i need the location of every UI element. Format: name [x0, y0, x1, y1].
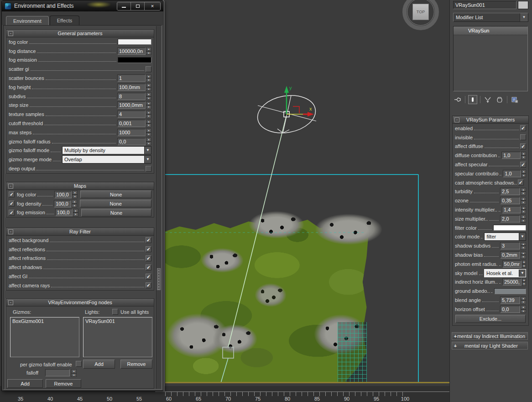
per-gizmo-falloff-checkbox[interactable] — [76, 361, 82, 367]
fog-emission-map-button[interactable]: None — [81, 209, 151, 217]
collapse-icon[interactable]: - — [8, 31, 13, 36]
invisible-checkbox[interactable] — [520, 134, 526, 140]
spinner[interactable]: ▲▼ — [146, 120, 151, 127]
spinner[interactable]: ▲▼ — [146, 138, 151, 145]
spinner[interactable]: ▲▼ — [146, 128, 151, 136]
list-item[interactable]: BoxGizmo001 — [10, 317, 79, 325]
pin-stack-icon[interactable] — [453, 95, 462, 104]
step-size-field[interactable]: 1000,0mm — [117, 101, 146, 109]
use-all-lights-checkbox[interactable] — [112, 309, 118, 315]
diffuse-contribution-field[interactable]: 1,0 — [501, 152, 521, 159]
shadow-bias-field[interactable]: 0,2mm — [500, 251, 520, 259]
object-color-swatch[interactable] — [518, 1, 528, 9]
chevron-down-icon[interactable]: ▼ — [144, 147, 151, 154]
affect-diffuse-checkbox[interactable]: ✓ — [520, 143, 526, 149]
modifier-list-dropdown[interactable]: Modifier List ▼ — [453, 13, 528, 22]
configure-modifier-sets-icon[interactable] — [510, 95, 519, 104]
spinner[interactable]: ▲▼ — [521, 296, 526, 304]
minimize-button[interactable] — [117, 2, 131, 10]
spinner[interactable]: ▲▼ — [73, 209, 78, 217]
gizmos-remove-button[interactable]: Remove — [46, 379, 81, 388]
chevron-down-icon[interactable]: ▼ — [519, 233, 526, 240]
indirect-horiz-illum-field[interactable]: 25000, — [502, 278, 522, 286]
fog-emission-swatch[interactable] — [118, 57, 151, 63]
tab-effects[interactable]: Effects — [50, 16, 79, 25]
sky-model-dropdown[interactable]: Hosek et al.▼ — [484, 269, 526, 277]
spinner[interactable]: ▲▼ — [521, 215, 526, 222]
color-mode-dropdown[interactable]: filter▼ — [484, 233, 526, 241]
fog-color-amount-field[interactable]: 100,0 — [54, 191, 72, 198]
turbidity-field[interactable]: 2,5 — [500, 188, 520, 195]
spinner[interactable]: ▲▼ — [146, 111, 151, 118]
viewcube-top-face[interactable]: TOP — [412, 4, 429, 20]
remove-modifier-icon[interactable] — [495, 95, 504, 104]
exclude-button[interactable]: Exclude... — [455, 315, 526, 323]
fog-color-map-checkbox[interactable]: ✓ — [9, 191, 15, 197]
scatter-bounces-field[interactable]: 1 — [117, 74, 146, 82]
affect-camera-rays-checkbox[interactable]: ✓ — [146, 282, 151, 288]
viewport-top[interactable]: y x TOP — [165, 0, 449, 386]
maximize-button[interactable] — [131, 2, 145, 10]
cast-atmospheric-checkbox[interactable]: ✓ — [518, 180, 524, 185]
affect-specular-checkbox[interactable]: ✓ — [520, 162, 526, 168]
rollout-mental-ray-indirect-illumination[interactable]: + mental ray Indirect Illumination — [452, 332, 528, 340]
spinner[interactable]: ▲▼ — [521, 206, 526, 214]
max-steps-field[interactable]: 1000 — [117, 129, 146, 136]
affect-refractions-checkbox[interactable]: ✓ — [146, 255, 151, 261]
modifier-stack[interactable]: VRaySun — [453, 26, 528, 91]
box-gizmo-outline[interactable] — [165, 175, 418, 382]
rollout-header[interactable]: - VRaySun Parameters — [453, 116, 528, 124]
spinner[interactable]: ▲▼ — [521, 305, 526, 313]
subdivs-field[interactable]: 8 — [117, 93, 146, 100]
affect-shadows-checkbox[interactable]: ✓ — [146, 264, 151, 270]
size-multiplier-field[interactable]: 2,0 — [500, 215, 520, 222]
intensity-multiplier-field[interactable]: 1,4 — [502, 206, 521, 213]
falloff-field[interactable] — [45, 369, 70, 376]
list-item[interactable]: VRaySun001 — [83, 317, 152, 325]
chevron-down-icon[interactable]: ▼ — [520, 13, 528, 21]
chevron-down-icon[interactable]: ▼ — [519, 270, 526, 277]
enabled-checkbox[interactable]: ✓ — [520, 125, 526, 131]
fog-density-map-checkbox[interactable]: ✓ — [9, 201, 15, 206]
specular-contribution-field[interactable]: 1,0 — [503, 170, 521, 177]
fog-emission-map-checkbox[interactable]: ✓ — [9, 210, 15, 216]
spinner[interactable]: ▲▼ — [521, 188, 526, 196]
fog-color-swatch[interactable] — [118, 39, 151, 45]
dialog-titlebar[interactable]: Environment and Effects × — [2, 0, 163, 11]
rollout-header[interactable]: -VRayEnvironmentFog nodes — [6, 299, 154, 307]
scatter-gi-checkbox[interactable] — [146, 66, 151, 72]
spinner[interactable]: ▲▼ — [72, 200, 77, 207]
affect-background-checkbox[interactable]: ✓ — [146, 237, 151, 243]
fog-density-map-button[interactable]: None — [80, 200, 151, 207]
tab-environment[interactable]: Environment — [6, 16, 49, 26]
spinner[interactable]: ▲▼ — [522, 278, 526, 286]
spinner[interactable]: ▲▼ — [146, 92, 151, 100]
shadow-subdivs-field[interactable]: 3 — [500, 242, 520, 249]
gizmo-falloff-mode-dropdown[interactable]: Multiply by density▼ — [62, 146, 151, 154]
filter-color-swatch[interactable] — [493, 225, 526, 231]
fog-density-amount-field[interactable]: 100,0 — [54, 200, 71, 207]
chevron-down-icon[interactable]: ▼ — [144, 156, 151, 163]
horizon-offset-field[interactable]: 0,0 — [500, 306, 520, 313]
collapse-icon[interactable]: - — [454, 117, 459, 122]
spinner[interactable]: ▲▼ — [72, 190, 78, 198]
close-button[interactable]: × — [145, 2, 160, 10]
deep-output-checkbox[interactable] — [146, 166, 151, 172]
spinner[interactable]: ▲▼ — [522, 260, 526, 268]
rollout-header[interactable]: -General parameters — [6, 30, 154, 37]
affect-reflections-checkbox[interactable]: ✓ — [146, 246, 151, 252]
fog-emission-amount-field[interactable]: 100,0 — [55, 209, 73, 216]
spinner[interactable]: ▲▼ — [521, 251, 526, 259]
ozone-field[interactable]: 0,35 — [500, 197, 520, 204]
gizmo-merge-mode-dropdown[interactable]: Overlap▼ — [62, 155, 151, 164]
spinner[interactable]: ▲▼ — [146, 47, 151, 55]
dialog-scrollbar[interactable] — [156, 26, 161, 389]
gizmos-list[interactable]: BoxGizmo001 — [10, 317, 79, 357]
spinner[interactable]: ▲▼ — [146, 83, 151, 91]
spinner[interactable]: ▲▼ — [71, 369, 77, 377]
photon-emit-radius-field[interactable]: 50,0mr — [502, 260, 522, 268]
spinner[interactable]: ▲▼ — [522, 169, 526, 177]
spinner[interactable]: ▲▼ — [146, 74, 151, 82]
rollout-header[interactable]: -Maps — [6, 182, 154, 190]
ground-albedo-swatch[interactable] — [494, 288, 526, 294]
